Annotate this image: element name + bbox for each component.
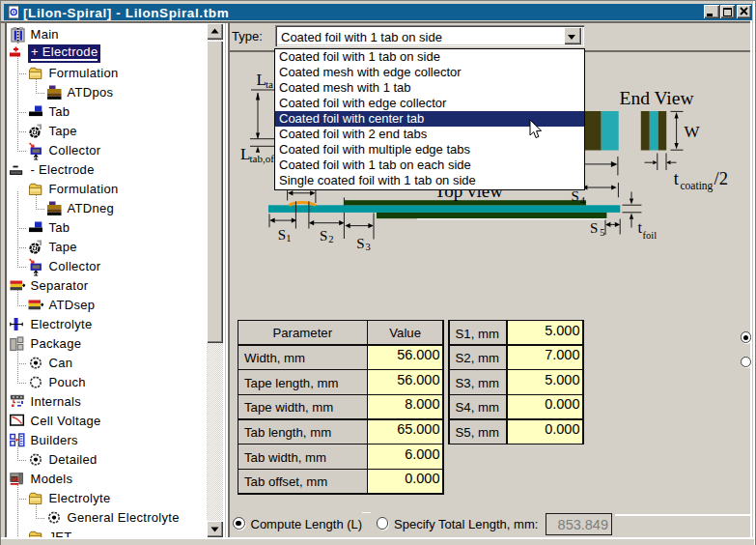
svg-text:ta: ta: [266, 78, 273, 90]
svg-text:S: S: [572, 188, 579, 204]
svg-text:S: S: [356, 236, 364, 251]
svg-text:t: t: [674, 169, 680, 188]
svg-text:S: S: [320, 228, 327, 244]
svg-text:3: 3: [365, 242, 370, 252]
svg-text:5: 5: [600, 227, 604, 238]
svg-text:S: S: [590, 220, 598, 236]
svg-text:4: 4: [580, 195, 586, 206]
svg-text:/2: /2: [714, 169, 728, 188]
svg-text:1: 1: [286, 233, 291, 244]
svg-text:W: W: [685, 123, 701, 141]
svg-text:tab,of: tab,of: [250, 153, 275, 164]
svg-text:S: S: [278, 227, 286, 243]
svg-text:coating: coating: [681, 180, 714, 192]
svg-text:End View: End View: [620, 88, 694, 108]
svg-text:foil: foil: [643, 230, 658, 241]
svg-text:2: 2: [328, 234, 333, 244]
